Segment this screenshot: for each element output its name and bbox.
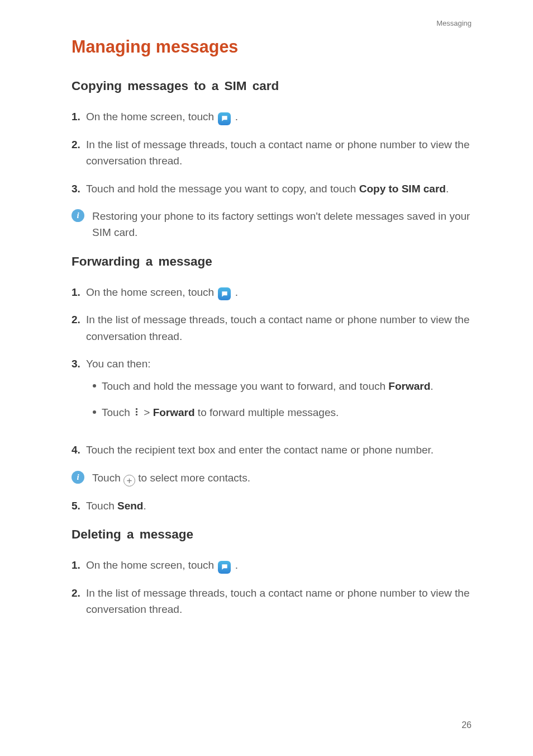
step-text: In the list of message threads, touch a …: [86, 136, 472, 169]
step-number: 2.: [72, 311, 86, 344]
step-text: Touch the recipient text box and enter t…: [86, 442, 472, 458]
step-text-tail: .: [235, 111, 238, 122]
step-text: On the home screen, touch: [86, 286, 217, 298]
step-number: 2.: [72, 136, 86, 169]
info-icon: i: [72, 471, 84, 484]
step-text-tail: .: [235, 286, 238, 298]
step-text-tail: .: [446, 183, 449, 195]
ui-label-send: Send: [117, 500, 143, 512]
step-number: 3.: [72, 181, 86, 197]
step-number: 2.: [72, 585, 86, 618]
section-forward: Forwarding a message 1. On the home scre…: [72, 252, 472, 514]
step-number: 1.: [72, 557, 86, 574]
info-note-forward: i Touch + to select more contacts.: [72, 470, 472, 486]
bullet-text-tail: to forward multiple messages.: [195, 407, 339, 418]
page-number: 26: [461, 719, 472, 733]
step-text: In the list of message threads, touch a …: [86, 311, 472, 344]
heading-copy: Copying messages to a SIM card: [72, 77, 472, 96]
step-number: 1.: [72, 284, 86, 301]
copy-step-1: 1. On the home screen, touch .: [72, 108, 472, 125]
copy-step-2: 2. In the list of message threads, touch…: [72, 136, 472, 169]
page-title: Managing messages: [72, 34, 472, 60]
step-number: 1.: [72, 108, 86, 125]
header-section-label: Messaging: [436, 18, 472, 29]
step-number: 5.: [72, 498, 86, 514]
forward-bullet-1: Touch and hold the message you want to f…: [93, 378, 472, 394]
bullet-text: Touch and hold the message you want to f…: [102, 380, 388, 392]
bullet-text-mid: >: [144, 407, 153, 418]
heading-forward: Forwarding a message: [72, 252, 472, 272]
step-text-tail: .: [235, 559, 238, 571]
note-text-tail: to select more contacts.: [138, 472, 250, 484]
messaging-app-icon: [218, 287, 231, 300]
forward-step-3: 3. You can then: Touch and hold the mess…: [72, 356, 472, 431]
step-number: 3.: [72, 356, 86, 431]
forward-step-5: 5. Touch Send.: [72, 498, 472, 514]
forward-step-1: 1. On the home screen, touch .: [72, 284, 472, 301]
copy-step-3: 3. Touch and hold the message you want t…: [72, 181, 472, 197]
forward-bullet-2: Touch > Forward to forward multiple mess…: [93, 404, 472, 420]
section-copy: Copying messages to a SIM card 1. On the…: [72, 77, 472, 241]
ui-label-forward: Forward: [388, 380, 430, 392]
step-text: You can then:: [86, 358, 151, 370]
step-text: Touch and hold the message you want to c…: [86, 183, 359, 195]
info-note-copy: i Restoring your phone to its factory se…: [72, 208, 472, 241]
heading-delete: Deleting a message: [72, 525, 472, 545]
note-text: Restoring your phone to its factory sett…: [92, 208, 472, 241]
ui-label-forward: Forward: [153, 407, 195, 418]
section-delete: Deleting a message 1. On the home screen…: [72, 525, 472, 617]
step-text-tail: .: [143, 500, 146, 512]
messaging-app-icon: [218, 561, 231, 574]
ui-label-copy-to-sim: Copy to SIM card: [359, 183, 446, 195]
delete-step-1: 1. On the home screen, touch .: [72, 557, 472, 574]
step-text: On the home screen, touch: [86, 111, 217, 122]
forward-step-4: 4. Touch the recipient text box and ente…: [72, 442, 472, 458]
messaging-app-icon: [218, 112, 231, 125]
bullet-text-tail: .: [430, 380, 433, 392]
bullet-text: Touch: [102, 407, 133, 418]
step-number: 4.: [72, 442, 86, 458]
note-text: Touch: [92, 472, 123, 484]
info-icon: i: [72, 209, 84, 222]
step-text: On the home screen, touch: [86, 559, 217, 571]
forward-step-2: 2. In the list of message threads, touch…: [72, 311, 472, 344]
step-text: In the list of message threads, touch a …: [86, 585, 472, 618]
delete-step-2: 2. In the list of message threads, touch…: [72, 585, 472, 618]
step-text: Touch: [86, 500, 117, 512]
more-options-icon: [133, 407, 141, 417]
add-contact-icon: +: [123, 475, 135, 486]
